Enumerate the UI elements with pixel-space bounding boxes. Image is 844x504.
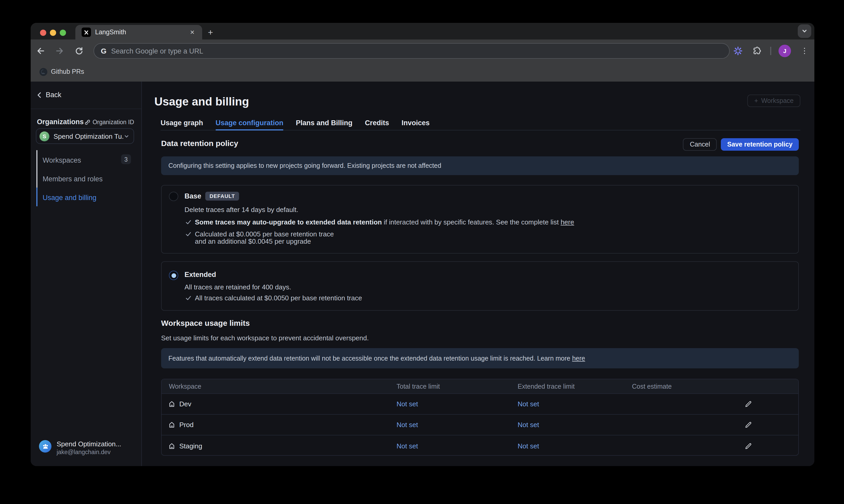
github-icon xyxy=(39,68,48,76)
default-badge: DEFAULT xyxy=(205,192,239,201)
page-content: Back Organizations Organization ID S Spe… xyxy=(31,82,814,466)
total-trace-limit-link[interactable]: Not set xyxy=(397,442,518,450)
browser-menu-kebab-icon[interactable] xyxy=(798,45,811,57)
chevron-down-icon xyxy=(124,133,129,139)
table-row: Dev Not set Not set xyxy=(162,394,798,415)
sidebar-item-usage-and-billing[interactable]: Usage and billing xyxy=(42,194,96,202)
people-group-icon xyxy=(41,443,49,450)
workspace-name: Staging xyxy=(179,442,202,450)
tab-plans-and-billing[interactable]: Plans and Billing xyxy=(296,116,353,130)
user-name: Spend Optimization... xyxy=(57,440,121,448)
organization-id-link[interactable]: Organization ID xyxy=(84,119,134,125)
reload-icon[interactable] xyxy=(74,46,84,56)
address-bar[interactable]: G xyxy=(93,43,730,59)
base-check-pricing: Calculated at $0.0005 per base retention… xyxy=(185,231,798,246)
tab-usage-graph[interactable]: Usage graph xyxy=(161,116,203,130)
add-workspace-button[interactable]: + Workspace xyxy=(748,94,800,107)
omnibox-input[interactable] xyxy=(111,47,729,55)
extended-label: Extended xyxy=(184,271,216,278)
extended-radio-selected[interactable] xyxy=(169,271,178,280)
user-profile-block[interactable]: Spend Optimization... jake@langchain.dev xyxy=(39,440,121,455)
chevron-down-icon xyxy=(802,28,808,34)
extended-trace-limit-link[interactable]: Not set xyxy=(518,400,632,408)
tab-usage-configuration[interactable]: Usage configuration xyxy=(216,116,284,130)
browser-tab[interactable]: LangSmith ✕ xyxy=(75,25,202,39)
organization-selector[interactable]: S Spend Optimization Tu... xyxy=(36,128,134,144)
window-close-control[interactable] xyxy=(40,30,46,36)
usage-label: Usage and billing xyxy=(42,194,96,202)
home-icon xyxy=(168,421,175,428)
sidebar-item-members-and-roles[interactable]: Members and roles xyxy=(42,175,103,183)
total-trace-limit-link[interactable]: Not set xyxy=(397,400,518,408)
col-cost-estimate: Cost estimate xyxy=(632,383,744,390)
sidebar-item-workspaces[interactable]: Workspaces 3 xyxy=(42,156,131,164)
org-selector-value: Spend Optimization Tu... xyxy=(54,132,124,140)
back-button[interactable]: Back xyxy=(37,91,61,99)
pencil-edit-icon[interactable] xyxy=(744,442,752,450)
col-workspace: Workspace xyxy=(162,383,397,390)
browser-toolbar: G J xyxy=(31,39,814,62)
back-label: Back xyxy=(46,91,61,99)
window-minimize-control[interactable] xyxy=(50,30,56,36)
org-avatar: S xyxy=(39,131,49,141)
forward-icon[interactable] xyxy=(55,46,65,56)
table-row: Prod Not set Not set xyxy=(162,415,798,435)
extensions-puzzle-icon[interactable] xyxy=(751,45,763,57)
browser-profile-avatar[interactable]: J xyxy=(778,45,791,57)
extended-trace-limit-link[interactable]: Not set xyxy=(518,421,632,429)
back-icon[interactable] xyxy=(36,46,45,56)
retention-option-base: Base DEFAULT Delete traces after 14 days… xyxy=(161,185,799,254)
cancel-button[interactable]: Cancel xyxy=(683,138,717,151)
limits-info-banner: Features that automatically extend data … xyxy=(161,348,799,368)
desktop: LangSmith ✕ + G xyxy=(0,0,844,504)
workspace-name: Prod xyxy=(179,421,194,429)
browser-window: LangSmith ✕ + G xyxy=(31,23,814,466)
plus-icon: + xyxy=(754,97,758,105)
tab-search-button[interactable] xyxy=(798,24,811,38)
base-description: Delete traces after 14 days by default. xyxy=(184,206,798,214)
workspace-usage-limits-description: Set usage limits for each workspace to p… xyxy=(161,334,799,342)
workspaces-count-badge: 3 xyxy=(121,154,131,164)
organization-id-label: Organization ID xyxy=(92,119,134,125)
workspace-limits-table: Workspace Total trace limit Extended tra… xyxy=(161,379,799,456)
base-radio[interactable] xyxy=(169,192,178,201)
pencil-edit-icon[interactable] xyxy=(744,400,752,408)
sidebar: Back Organizations Organization ID S Spe… xyxy=(31,82,142,466)
user-avatar xyxy=(39,440,51,453)
workspaces-label: Workspaces xyxy=(42,156,81,164)
new-tab-button[interactable]: + xyxy=(204,26,217,39)
see-complete-list-link[interactable]: here xyxy=(560,218,574,226)
total-trace-limit-link[interactable]: Not set xyxy=(397,421,518,429)
nav-rail-active-indicator xyxy=(36,187,37,206)
tab-credits[interactable]: Credits xyxy=(365,116,389,130)
user-email: jake@langchain.dev xyxy=(57,449,121,455)
extended-trace-limit-link[interactable]: Not set xyxy=(518,442,632,450)
learn-more-link[interactable]: here xyxy=(572,355,585,362)
base-label: Base xyxy=(184,192,201,200)
table-header-row: Workspace Total trace limit Extended tra… xyxy=(162,379,798,394)
tab-title: LangSmith xyxy=(95,29,187,36)
workspace-name: Dev xyxy=(179,400,191,408)
link-icon xyxy=(84,119,90,125)
tab-invoices[interactable]: Invoices xyxy=(401,116,430,130)
extension-starburst-icon[interactable] xyxy=(732,45,744,57)
window-zoom-control[interactable] xyxy=(60,30,66,36)
toolbar-divider xyxy=(770,47,771,55)
tab-close-icon[interactable]: ✕ xyxy=(187,28,197,37)
check-icon xyxy=(185,295,191,301)
pencil-edit-icon[interactable] xyxy=(744,421,752,429)
retention-option-extended: Extended All traces are retained for 400… xyxy=(161,262,799,311)
check-icon xyxy=(185,231,191,237)
members-label: Members and roles xyxy=(42,175,103,183)
langsmith-favicon-icon xyxy=(82,28,91,37)
check-icon xyxy=(185,219,191,225)
save-retention-policy-button[interactable]: Save retention policy xyxy=(721,138,799,151)
bookmark-github-prs[interactable]: Github PRs xyxy=(51,68,84,75)
extended-description: All traces are retained for 400 days. xyxy=(184,283,798,291)
extended-check-pricing: All traces calculated at $0.0050 per bas… xyxy=(185,294,798,302)
google-logo-icon: G xyxy=(101,47,107,55)
home-icon xyxy=(168,443,175,449)
tab-strip: LangSmith ✕ + xyxy=(31,23,814,39)
base-check-auto-upgrade: Some traces may auto-upgrade to extended… xyxy=(185,219,798,226)
sidebar-divider xyxy=(31,109,141,109)
